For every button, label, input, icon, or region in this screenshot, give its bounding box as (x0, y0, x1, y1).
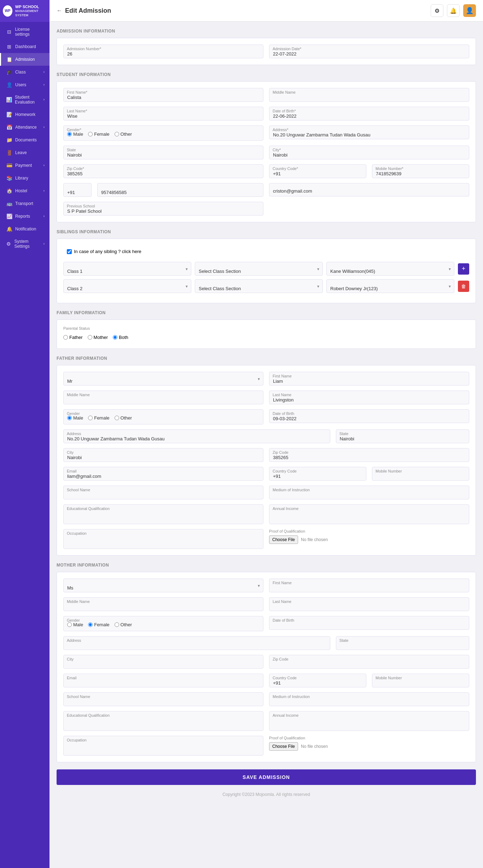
sibling1-student-select[interactable]: Kane Williamson(045) (326, 262, 454, 276)
delete-sibling-button[interactable]: 🗑 (458, 281, 469, 292)
mother-dob-input[interactable] (269, 616, 469, 630)
father-occupation-input[interactable] (63, 529, 263, 549)
sidebar-item-license[interactable]: ⊟ License settings (0, 23, 50, 40)
gender-female-label[interactable]: Female (88, 131, 109, 137)
sidebar-item-system-settings[interactable]: ⚙ System Settings › (0, 235, 50, 252)
father-gender-female-label[interactable]: Female (88, 415, 109, 421)
mother-occupation-input[interactable] (63, 736, 263, 756)
sidebar-item-attendance[interactable]: 📅 Attendance › (0, 121, 50, 134)
mother-mobile-input[interactable] (372, 674, 469, 687)
father-mobile-input[interactable] (372, 467, 469, 481)
parental-both-radio[interactable] (113, 335, 117, 340)
sidebar-item-student-eval[interactable]: 📊 Student Evaluation › (0, 91, 50, 108)
mobile-input[interactable] (372, 164, 469, 178)
father-dob-input[interactable] (269, 409, 469, 423)
mother-edu-input[interactable] (63, 711, 263, 731)
mother-middle-name-input[interactable] (63, 597, 263, 611)
address-input[interactable] (269, 125, 469, 139)
mother-gender-male-radio[interactable] (67, 622, 72, 627)
mother-first-name-input[interactable] (269, 579, 469, 592)
sidebar-item-transport[interactable]: 🚌 Transport (0, 197, 50, 210)
sidebar-item-users[interactable]: 👤 Users › (0, 78, 50, 91)
father-email-input[interactable] (63, 467, 263, 481)
back-button[interactable]: ← (57, 7, 62, 14)
mother-gender-male-label[interactable]: Male (67, 622, 83, 627)
last-name-input[interactable] (63, 107, 263, 121)
sidebar-item-documents[interactable]: 📁 Documents (0, 134, 50, 146)
sibling1-section-select[interactable]: Select Class Section (195, 262, 323, 276)
father-zip-input[interactable] (269, 448, 469, 462)
parental-mother-radio[interactable] (88, 335, 92, 340)
sidebar-item-leave[interactable]: 🚪 Leave (0, 146, 50, 159)
sidebar-item-payment[interactable]: 💳 Payment › (0, 159, 50, 172)
avatar[interactable]: 👤 (463, 4, 476, 17)
middle-name-input[interactable] (269, 88, 469, 102)
father-edu-input[interactable] (63, 504, 263, 524)
mother-city-input[interactable] (63, 655, 263, 669)
first-name-input[interactable] (63, 88, 263, 102)
mother-medium-input[interactable] (269, 692, 469, 706)
father-address-input[interactable] (63, 429, 330, 443)
sidebar-item-dashboard[interactable]: ⊞ Dashboard (0, 40, 50, 53)
mother-income-input[interactable] (269, 711, 469, 731)
mother-zip-input[interactable] (269, 655, 469, 669)
sidebar-item-library[interactable]: 📚 Library (0, 172, 50, 184)
father-salutation-select[interactable]: Mr Mrs Dr (63, 372, 263, 386)
admission-number-input[interactable] (63, 45, 263, 58)
gender-other-radio[interactable] (115, 132, 119, 136)
sibling2-section-select[interactable]: Select Class Section (195, 279, 323, 293)
father-middle-name-input[interactable] (63, 391, 263, 404)
mother-state-input[interactable] (336, 636, 469, 650)
parental-both-label[interactable]: Both (113, 335, 128, 340)
father-city-input[interactable] (63, 448, 263, 462)
gender-female-radio[interactable] (88, 132, 93, 136)
add-sibling-button[interactable]: + (458, 263, 469, 275)
gender-male-label[interactable]: Male (67, 131, 83, 137)
state-input[interactable] (63, 146, 263, 159)
mother-choose-file-button[interactable]: Choose File (269, 742, 298, 751)
gender-other-label[interactable]: Other (115, 131, 132, 137)
mother-gender-female-radio[interactable] (88, 622, 93, 627)
father-gender-other-radio[interactable] (115, 416, 119, 420)
sidebar-item-admission[interactable]: 📋 Admission (0, 53, 50, 66)
save-admission-button[interactable]: SAVE ADMISSION (57, 769, 476, 785)
city-input[interactable] (269, 146, 469, 159)
father-gender-female-radio[interactable] (88, 416, 93, 420)
mother-gender-female-label[interactable]: Female (88, 622, 109, 627)
parental-father-radio[interactable] (63, 335, 68, 340)
father-medium-input[interactable] (269, 486, 469, 499)
sibling1-class-select[interactable]: Class 1 Class 2 Class 3 (63, 262, 191, 276)
dob-input[interactable] (269, 107, 469, 121)
bell-button[interactable]: 🔔 (447, 4, 460, 17)
father-income-input[interactable] (269, 504, 469, 524)
father-country-code-input[interactable] (269, 467, 366, 481)
father-last-name-input[interactable] (269, 391, 469, 404)
siblings-checkbox-label[interactable]: In case of any sibling ? click here (63, 245, 469, 258)
sibling2-student-select[interactable]: Robert Downey Jr(123) (326, 279, 454, 293)
mother-last-name-input[interactable] (269, 597, 469, 611)
father-gender-other-label[interactable]: Other (115, 415, 132, 421)
sibling2-class-select[interactable]: Class 1 Class 2 Class 3 (63, 279, 191, 293)
phone-code-input[interactable] (63, 183, 92, 197)
siblings-checkbox[interactable] (67, 249, 72, 254)
father-state-input[interactable] (336, 429, 469, 443)
mother-country-code-input[interactable] (269, 674, 366, 687)
mother-salutation-select[interactable]: Ms Mrs Dr (63, 579, 263, 592)
sidebar-item-homework[interactable]: 📝 Homework (0, 108, 50, 121)
father-school-input[interactable] (63, 486, 263, 499)
settings-button[interactable]: ⚙ (431, 4, 443, 17)
admission-date-input[interactable] (269, 45, 469, 58)
prev-school-input[interactable] (63, 202, 263, 216)
phone-number-input[interactable] (97, 183, 263, 197)
parental-mother-label[interactable]: Mother (88, 335, 108, 340)
mother-gender-other-radio[interactable] (115, 622, 119, 627)
sidebar-item-hostel[interactable]: 🏠 Hostel › (0, 184, 50, 197)
father-gender-male-label[interactable]: Male (67, 415, 83, 421)
email-input[interactable] (269, 183, 469, 197)
country-code-input[interactable] (269, 164, 366, 178)
sidebar-item-notification[interactable]: 🔔 Notification (0, 223, 50, 235)
mother-address-input[interactable] (63, 636, 330, 650)
father-choose-file-button[interactable]: Choose File (269, 535, 298, 544)
father-first-name-input[interactable] (269, 372, 469, 386)
sidebar-item-class[interactable]: 🎓 Class › (0, 66, 50, 78)
